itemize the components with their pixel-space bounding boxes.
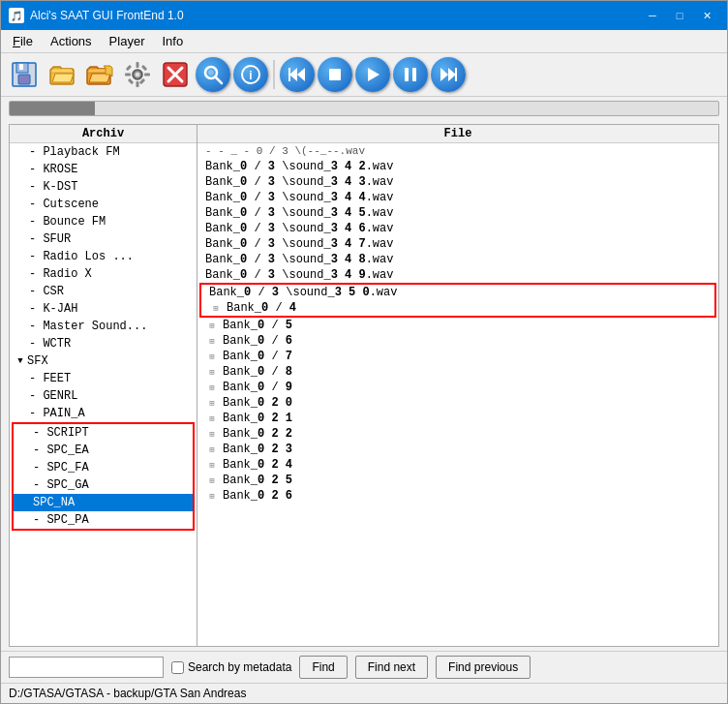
find-next-button[interactable]: Find next bbox=[355, 656, 428, 679]
file-item-bank-017[interactable]: ⊞ Bank_0 / 7 bbox=[197, 349, 718, 364]
svg-rect-3 bbox=[19, 64, 23, 70]
tree-item-spc-ea[interactable]: - SPC_EA bbox=[14, 442, 193, 459]
tree-item-playback-fm[interactable]: - Playback FM bbox=[10, 143, 197, 161]
open-button[interactable] bbox=[45, 57, 79, 92]
find-prev-button[interactable]: Find previous bbox=[436, 656, 531, 679]
tree-item-radio-los[interactable]: - Radio Los ... bbox=[10, 248, 197, 265]
svg-marker-22 bbox=[289, 68, 297, 81]
tree-item-feet[interactable]: - FEET bbox=[10, 370, 197, 387]
play-button[interactable] bbox=[355, 57, 390, 92]
file-item-bank-019[interactable]: ⊞ Bank_0 / 9 bbox=[197, 380, 718, 395]
tree-item-spc-na[interactable]: SPC_NA bbox=[14, 494, 193, 511]
tree-item-cutscene[interactable]: - Cutscene bbox=[10, 196, 197, 213]
tree-item-sfur[interactable]: - SFUR bbox=[10, 230, 197, 248]
file-item-bank-024[interactable]: ⊞ Bank_0 2 4 bbox=[197, 457, 718, 473]
search-input[interactable] bbox=[9, 657, 164, 678]
progress-bar-area bbox=[1, 97, 727, 120]
file-item-348[interactable]: Bank_0 / 3 \sound_3 4 8.wav bbox=[197, 252, 718, 267]
svg-line-18 bbox=[216, 77, 223, 84]
svg-rect-13 bbox=[128, 78, 134, 84]
tree-item-bounce-fm[interactable]: - Bounce FM bbox=[10, 213, 197, 230]
window-title: Alci's SAAT GUI FrontEnd 1.0 bbox=[30, 9, 184, 22]
svg-rect-2 bbox=[18, 75, 30, 84]
tree-panel[interactable]: Archiv - Playback FM - KROSE - K-DST - C… bbox=[9, 124, 197, 647]
svg-rect-7 bbox=[136, 81, 139, 87]
save-button[interactable] bbox=[7, 57, 42, 92]
progress-bar[interactable] bbox=[9, 101, 719, 116]
tree-item-krose[interactable]: - KROSE bbox=[10, 161, 197, 178]
file-panel[interactable]: File - - _ - 0 / 3 \(--_--.wav Bank_0 / … bbox=[197, 124, 719, 647]
svg-rect-31 bbox=[455, 68, 457, 81]
sfx-expander[interactable]: ▼ bbox=[14, 354, 27, 368]
file-item-347[interactable]: Bank_0 / 3 \sound_3 4 7.wav bbox=[197, 236, 718, 252]
file-header: File bbox=[197, 125, 718, 143]
settings-button[interactable] bbox=[120, 57, 155, 92]
file-item-bank-020[interactable]: ⊞ Bank_0 2 0 bbox=[197, 395, 718, 411]
file-item-344[interactable]: Bank_0 / 3 \sound_3 4 4.wav bbox=[197, 190, 718, 205]
bank015-expander[interactable]: ⊞ bbox=[205, 319, 219, 332]
file-item-bank-015[interactable]: ⊞ Bank_0 / 5 bbox=[197, 318, 718, 333]
tree-item-spc-pa[interactable]: - SPC_PA bbox=[14, 511, 193, 529]
tree-item-spc-fa[interactable]: - SPC_FA bbox=[14, 459, 193, 476]
svg-rect-9 bbox=[144, 74, 150, 77]
svg-marker-30 bbox=[448, 68, 456, 81]
tree-item-genrl[interactable]: - GENRL bbox=[10, 387, 197, 405]
main-window: 🎵 Alci's SAAT GUI FrontEnd 1.0 ─ □ ✕ Fil… bbox=[0, 0, 728, 704]
file-item-header[interactable]: - - _ - 0 / 3 \(--_--.wav bbox=[197, 143, 718, 159]
svg-marker-26 bbox=[368, 68, 379, 81]
file-item-343[interactable]: Bank_0 / 3 \sound_3 4 3.wav bbox=[197, 174, 718, 190]
rewind-button[interactable] bbox=[280, 57, 315, 92]
tree-item-master-sound[interactable]: - Master Sound... bbox=[10, 318, 197, 335]
tree-item-k-dst[interactable]: - K-DST bbox=[10, 178, 197, 196]
svg-rect-6 bbox=[136, 62, 139, 68]
maximize-button[interactable]: □ bbox=[667, 7, 692, 24]
tree-item-script[interactable]: - SCRIPT bbox=[14, 424, 193, 442]
tree-item-sfx[interactable]: ▼ SFX bbox=[10, 352, 197, 370]
tree-item-spc-ga[interactable]: - SPC_GA bbox=[14, 476, 193, 494]
info-button[interactable]: i bbox=[233, 57, 268, 92]
svg-marker-23 bbox=[297, 68, 305, 81]
find-button[interactable]: Find bbox=[299, 656, 347, 679]
file-item-bank-026[interactable]: ⊞ Bank_0 2 6 bbox=[197, 488, 718, 504]
delete-button[interactable] bbox=[158, 57, 193, 92]
app-icon: 🎵 bbox=[9, 8, 24, 23]
svg-rect-8 bbox=[125, 74, 131, 77]
bank014-expander[interactable]: ⊞ bbox=[209, 301, 223, 315]
metadata-label: Search by metadata bbox=[188, 660, 291, 674]
file-item-342[interactable]: Bank_0 / 3 \sound_3 4 2.wav bbox=[197, 159, 718, 174]
metadata-checkbox-label: Search by metadata bbox=[171, 660, 291, 674]
tree-item-radio-x[interactable]: - Radio X bbox=[10, 265, 197, 283]
stop-button[interactable] bbox=[318, 57, 352, 92]
file-item-346[interactable]: Bank_0 / 3 \sound_3 4 6.wav bbox=[197, 221, 718, 236]
minimize-button[interactable]: ─ bbox=[640, 7, 665, 24]
search-zoom-button[interactable] bbox=[196, 57, 230, 92]
menu-file[interactable]: File bbox=[5, 32, 41, 50]
metadata-checkbox[interactable] bbox=[171, 661, 184, 674]
file-item-bank-021[interactable]: ⊞ Bank_0 2 1 bbox=[197, 411, 718, 426]
file-item-bank-016[interactable]: ⊞ Bank_0 / 6 bbox=[197, 333, 718, 349]
open-folder-button[interactable] bbox=[82, 57, 117, 92]
tree-header: Archiv bbox=[10, 125, 197, 143]
file-item-350[interactable]: Bank_0 / 3 \sound_3 5 0.wav bbox=[201, 285, 714, 300]
tree-item-pain-a[interactable]: - PAIN_A bbox=[10, 405, 197, 422]
file-item-bank-018[interactable]: ⊞ Bank_0 / 8 bbox=[197, 364, 718, 380]
file-item-349[interactable]: Bank_0 / 3 \sound_3 4 9.wav bbox=[197, 267, 718, 283]
file-item-bank-014[interactable]: ⊞ Bank_0 / 4 bbox=[201, 300, 714, 316]
svg-rect-27 bbox=[405, 68, 409, 81]
file-item-bank-023[interactable]: ⊞ Bank_0 2 3 bbox=[197, 442, 718, 457]
file-item-bank-022[interactable]: ⊞ Bank_0 2 2 bbox=[197, 426, 718, 442]
close-button[interactable]: ✕ bbox=[694, 7, 719, 24]
tree-item-wctr[interactable]: - WCTR bbox=[10, 335, 197, 352]
status-path: D:/GTASA/GTASA - backup/GTA San Andreas bbox=[9, 687, 246, 700]
pause-button[interactable] bbox=[393, 57, 428, 92]
menu-player[interactable]: Player bbox=[102, 32, 153, 50]
toolbar-separator bbox=[273, 60, 275, 89]
tree-item-csr[interactable]: - CSR bbox=[10, 283, 197, 300]
menu-info[interactable]: Info bbox=[154, 32, 191, 50]
tree-item-k-jah[interactable]: - K-JAH bbox=[10, 300, 197, 318]
menu-actions[interactable]: Actions bbox=[43, 32, 100, 50]
search-bar: Search by metadata Find Find next Find p… bbox=[1, 651, 727, 683]
fastforward-button[interactable] bbox=[431, 57, 466, 92]
file-item-bank-025[interactable]: ⊞ Bank_0 2 5 bbox=[197, 473, 718, 488]
file-item-345[interactable]: Bank_0 / 3 \sound_3 4 5.wav bbox=[197, 205, 718, 221]
